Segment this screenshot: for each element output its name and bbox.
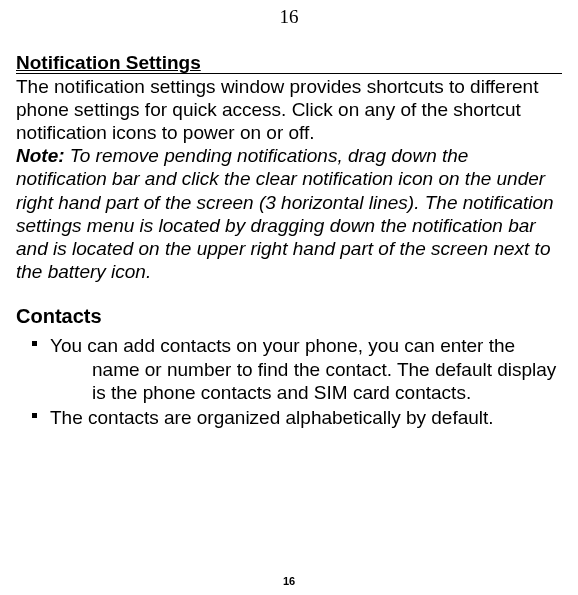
document-page: 16 Notification Settings The notificatio… <box>0 0 578 595</box>
note-body: To remove pending notifications, drag do… <box>16 145 554 282</box>
note-label: Note: <box>16 145 65 166</box>
list-item-text: The contacts are organized alphabeticall… <box>50 406 562 429</box>
list-item: The contacts are organized alphabeticall… <box>16 406 562 429</box>
footer-page-number: 16 <box>0 575 578 587</box>
contacts-list: You can add contacts on your phone, you … <box>16 334 562 429</box>
list-item-text: You can add contacts on your phone, you … <box>50 334 562 357</box>
notification-settings-body: The notification settings window provide… <box>16 75 562 145</box>
bullet-icon <box>32 341 37 346</box>
list-item-text-cont: name or number to find the contact. The … <box>50 358 562 404</box>
bullet-icon <box>32 413 37 418</box>
top-page-number: 16 <box>16 6 562 28</box>
contacts-heading: Contacts <box>16 305 562 328</box>
notification-settings-heading: Notification Settings <box>16 52 562 75</box>
notification-note: Note: To remove pending notifications, d… <box>16 144 562 283</box>
list-item: You can add contacts on your phone, you … <box>16 334 562 404</box>
